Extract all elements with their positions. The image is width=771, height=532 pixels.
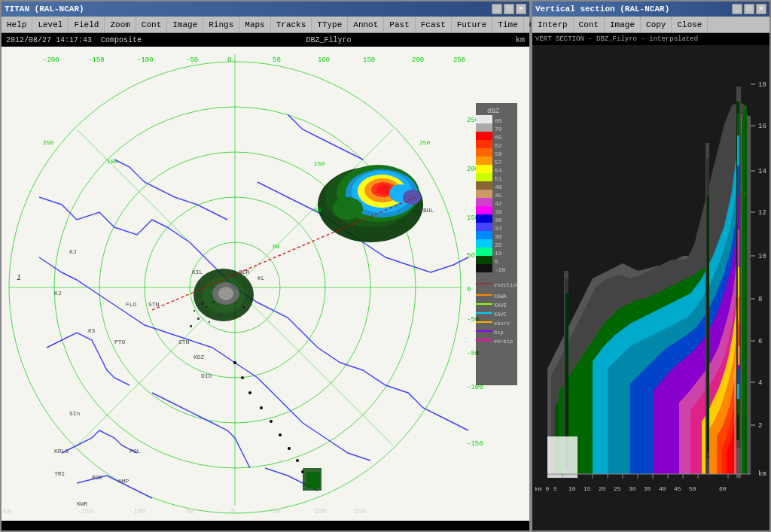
svg-text:0: 0 bbox=[467, 286, 471, 293]
menu-fcast[interactable]: Fcast bbox=[416, 17, 452, 32]
svg-text:18: 18 bbox=[758, 81, 766, 89]
svg-text:FLO: FLO bbox=[126, 301, 137, 308]
svg-text:KIL: KIL bbox=[192, 269, 203, 275]
menu-ttype[interactable]: TType bbox=[312, 17, 348, 32]
svg-text:50: 50 bbox=[689, 485, 696, 492]
svg-text:10: 10 bbox=[495, 250, 502, 257]
svg-rect-48 bbox=[242, 306, 245, 309]
vsection-menu-cont[interactable]: Cont bbox=[574, 17, 605, 32]
svg-rect-122 bbox=[476, 206, 492, 214]
svg-point-22 bbox=[333, 197, 363, 220]
svg-text:51: 51 bbox=[495, 175, 502, 182]
svg-text:20: 20 bbox=[495, 242, 502, 248]
vsection-menu-image[interactable]: Image bbox=[605, 17, 641, 32]
radar-field-label: DBZ_Filyro bbox=[306, 36, 352, 44]
vsection-maximize-btn[interactable]: □ bbox=[744, 4, 754, 14]
svg-text:54: 54 bbox=[495, 167, 502, 174]
vsection-menu-interp[interactable]: Interp bbox=[532, 17, 574, 32]
radar-area: 2012/08/27 14:17:43 Composite DBZ_Filyro… bbox=[2, 33, 529, 530]
menu-level[interactable]: Level bbox=[32, 17, 69, 32]
svg-rect-130 bbox=[476, 239, 492, 248]
svg-text:50: 50 bbox=[467, 252, 475, 260]
svg-text:14: 14 bbox=[758, 168, 766, 175]
svg-text:-100: -100 bbox=[137, 56, 154, 64]
svg-rect-128 bbox=[476, 231, 492, 239]
svg-text:50: 50 bbox=[273, 508, 281, 515]
svg-rect-190 bbox=[739, 346, 739, 365]
svg-text:60: 60 bbox=[273, 243, 280, 250]
svg-text:POL: POL bbox=[130, 448, 141, 454]
titan-close-btn[interactable]: × bbox=[516, 4, 526, 14]
svg-text:PTO: PTO bbox=[114, 339, 126, 345]
svg-text:45: 45 bbox=[674, 485, 681, 492]
radar-canvas[interactable]: 250 200 150 0 -50 -100 -150 50 -50 0 -50… bbox=[2, 47, 529, 530]
svg-text:50: 50 bbox=[273, 56, 281, 64]
svg-text:62: 62 bbox=[495, 142, 502, 149]
titan-minimize-btn[interactable]: _ bbox=[492, 4, 502, 14]
menu-future[interactable]: Future bbox=[452, 17, 493, 32]
svg-rect-102 bbox=[476, 123, 492, 132]
svg-rect-112 bbox=[476, 165, 492, 173]
vsection-close-x-btn[interactable]: × bbox=[756, 4, 766, 14]
svg-text:dBZ: dBZ bbox=[487, 108, 500, 115]
svg-text:15: 15 bbox=[584, 485, 591, 492]
menu-rings[interactable]: Rings bbox=[203, 17, 239, 32]
svg-text:6: 6 bbox=[758, 338, 762, 345]
svg-point-27 bbox=[218, 287, 233, 300]
vsection-menubar: Interp Cont Image Copy Close bbox=[532, 17, 769, 33]
menu-annot[interactable]: Annot bbox=[348, 17, 384, 32]
svg-text:5: 5 bbox=[553, 485, 557, 492]
svg-text:20: 20 bbox=[599, 485, 606, 492]
radar-timestamp: 2012/08/27 14:17:43 Composite bbox=[6, 36, 142, 44]
menu-time[interactable]: Time bbox=[492, 17, 523, 32]
svg-text:-20: -20 bbox=[495, 266, 506, 273]
svg-text:65: 65 bbox=[495, 134, 502, 141]
menu-maps[interactable]: Maps bbox=[239, 17, 270, 32]
svg-text:TRI: TRI bbox=[54, 470, 65, 477]
menu-cont[interactable]: Cont bbox=[136, 17, 167, 32]
svg-text:42: 42 bbox=[495, 200, 502, 207]
svg-text:eburn: eburn bbox=[494, 321, 510, 327]
svg-rect-134 bbox=[476, 256, 492, 264]
svg-rect-110 bbox=[476, 157, 492, 165]
menu-help[interactable]: Help bbox=[2, 17, 32, 32]
svg-text:150: 150 bbox=[363, 56, 375, 64]
svg-text:150: 150 bbox=[107, 158, 118, 165]
svg-text:10: 10 bbox=[568, 485, 576, 492]
vsection-window: Vertical section (RAL-NCAR) _ □ × Interp… bbox=[531, 0, 771, 532]
menu-tracks[interactable]: Tracks bbox=[271, 17, 312, 32]
vsection-canvas[interactable]: 18 16 14 12 10 8 6 4 2 km bbox=[532, 45, 769, 530]
svg-rect-38 bbox=[306, 472, 320, 488]
svg-rect-44 bbox=[197, 318, 200, 320]
svg-rect-42 bbox=[194, 310, 195, 312]
svg-point-31 bbox=[260, 406, 263, 409]
svg-text:KJ: KJ bbox=[69, 248, 77, 255]
svg-rect-136 bbox=[476, 264, 492, 272]
svg-text:eb+bip: eb+bip bbox=[494, 339, 513, 345]
menu-past[interactable]: Past bbox=[384, 17, 415, 32]
svg-text:57: 57 bbox=[495, 159, 502, 166]
svg-text:DIO: DIO bbox=[201, 372, 212, 379]
svg-rect-41 bbox=[212, 301, 215, 303]
vsection-menu-copy[interactable]: Copy bbox=[641, 17, 672, 32]
svg-rect-120 bbox=[476, 198, 492, 206]
svg-text:NMP: NMP bbox=[118, 478, 130, 485]
menu-image[interactable]: Image bbox=[167, 17, 203, 32]
menu-zoom[interactable]: Zoom bbox=[105, 17, 136, 32]
radar-km-label: km bbox=[516, 36, 525, 44]
svg-text:30: 30 bbox=[629, 485, 636, 492]
svg-text:vsection: vsection bbox=[494, 282, 520, 288]
svg-text:KS: KS bbox=[88, 327, 96, 334]
titan-maximize-btn[interactable]: □ bbox=[504, 4, 514, 14]
svg-text:KJ: KJ bbox=[54, 290, 62, 296]
svg-text:10: 10 bbox=[758, 253, 766, 260]
vsection-minimize-btn[interactable]: _ bbox=[732, 4, 742, 14]
svg-rect-216 bbox=[547, 436, 577, 478]
svg-point-20 bbox=[376, 184, 392, 195]
svg-text:KL: KL bbox=[258, 275, 265, 281]
svg-text:SIn: SIn bbox=[69, 410, 81, 417]
vsection-menu-close[interactable]: Close bbox=[672, 17, 708, 32]
menu-field[interactable]: Field bbox=[69, 17, 105, 32]
svg-text:XAVE: XAVE bbox=[494, 302, 507, 309]
svg-point-33 bbox=[279, 433, 282, 436]
